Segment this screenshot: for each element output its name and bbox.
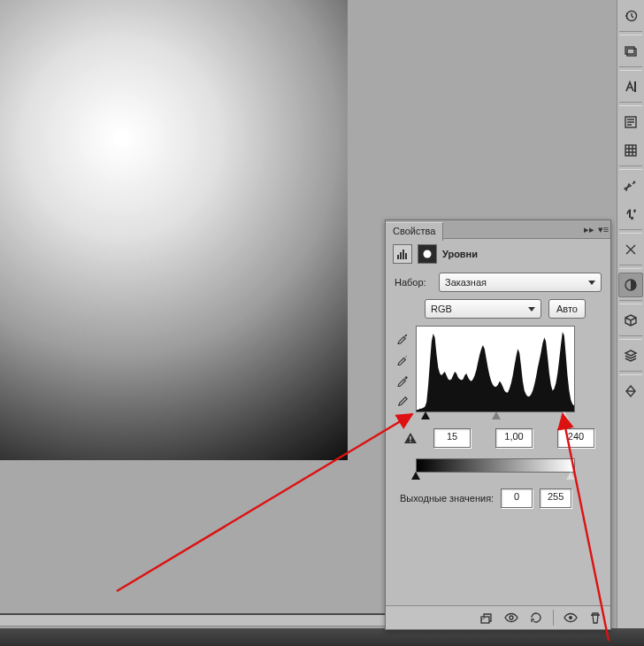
properties-panel: Свойства ▸▸ ▾≡ Уровни Набор: Заказная RG… — [385, 219, 611, 630]
svg-rect-14 — [481, 617, 489, 623]
reset-icon[interactable] — [528, 610, 544, 626]
tab-properties[interactable]: Свойства — [386, 222, 443, 241]
chevron-down-icon — [588, 281, 595, 285]
svg-point-16 — [569, 616, 572, 619]
layer-mask-icon[interactable] — [418, 244, 437, 264]
glyphs-icon[interactable] — [618, 138, 643, 163]
cube-icon[interactable] — [618, 308, 643, 333]
paragraph-styles-icon[interactable] — [618, 110, 643, 135]
channel-value: RGB — [431, 304, 452, 314]
layers-stack-icon[interactable] — [618, 39, 643, 64]
svg-point-15 — [510, 616, 513, 619]
panel-title: Уровни — [442, 249, 478, 259]
collapse-icon[interactable]: ▸▸ — [582, 220, 596, 238]
status-bar — [0, 628, 644, 646]
svg-rect-3 — [634, 81, 636, 92]
arrow-right-icon[interactable] — [618, 202, 643, 227]
svg-rect-8 — [400, 252, 402, 259]
svg-rect-7 — [397, 255, 399, 259]
auto-button-label: Авто — [556, 304, 578, 314]
preset-value: Заказная — [445, 277, 487, 288]
channel-dropdown[interactable]: RGB — [425, 299, 541, 319]
output-gradient — [416, 458, 575, 473]
svg-rect-12 — [410, 436, 410, 440]
layers-icon[interactable] — [618, 343, 643, 368]
output-black-field[interactable]: 0 — [501, 488, 533, 508]
input-gamma-slider[interactable] — [492, 411, 501, 419]
eyedropper-white-icon[interactable] — [395, 372, 410, 388]
clip-to-layer-icon[interactable] — [479, 610, 494, 626]
photo-placeholder — [0, 0, 348, 460]
edit-pencil-icon[interactable] — [395, 393, 410, 409]
warning-icon[interactable] — [403, 431, 418, 445]
right-toolbar — [617, 0, 644, 628]
document-canvas[interactable] — [0, 0, 348, 460]
svg-rect-10 — [405, 253, 407, 259]
toggle-visibility-icon[interactable] — [563, 610, 579, 626]
preset-label: Набор: — [395, 277, 433, 288]
history-icon[interactable] — [618, 4, 643, 28]
svg-rect-13 — [410, 441, 410, 442]
output-label: Выходные значения: — [400, 493, 494, 504]
eyedropper-black-icon[interactable] — [395, 329, 410, 345]
eyedropper-gray-icon[interactable] — [395, 350, 410, 366]
input-white-slider[interactable] — [560, 411, 569, 419]
panel-menu-icon[interactable]: ▾≡ — [596, 220, 610, 238]
output-white-slider[interactable] — [566, 472, 575, 480]
svg-rect-5 — [625, 145, 636, 156]
adjustments-icon[interactable] — [618, 273, 643, 297]
output-black-slider[interactable] — [411, 472, 420, 480]
tools-crossed-icon[interactable] — [618, 237, 643, 262]
preset-dropdown[interactable]: Заказная — [439, 273, 602, 292]
auto-button[interactable]: Авто — [548, 299, 586, 319]
tools-icon[interactable] — [618, 173, 643, 198]
delete-icon[interactable] — [587, 610, 603, 626]
view-previous-icon[interactable] — [503, 610, 519, 626]
levels-adjustment-icon — [393, 244, 412, 264]
input-black-slider[interactable] — [421, 411, 430, 419]
input-gamma-field[interactable]: 1,00 — [495, 428, 533, 448]
svg-point-11 — [424, 250, 432, 258]
histogram-chart — [416, 326, 575, 412]
input-white-field[interactable]: 240 — [557, 428, 594, 448]
svg-rect-9 — [402, 250, 404, 259]
input-black-field[interactable]: 15 — [433, 428, 471, 448]
output-white-field[interactable]: 255 — [540, 488, 571, 508]
character-icon[interactable] — [618, 74, 643, 99]
diamond-icon[interactable] — [618, 379, 643, 404]
chevron-down-icon — [528, 307, 535, 311]
